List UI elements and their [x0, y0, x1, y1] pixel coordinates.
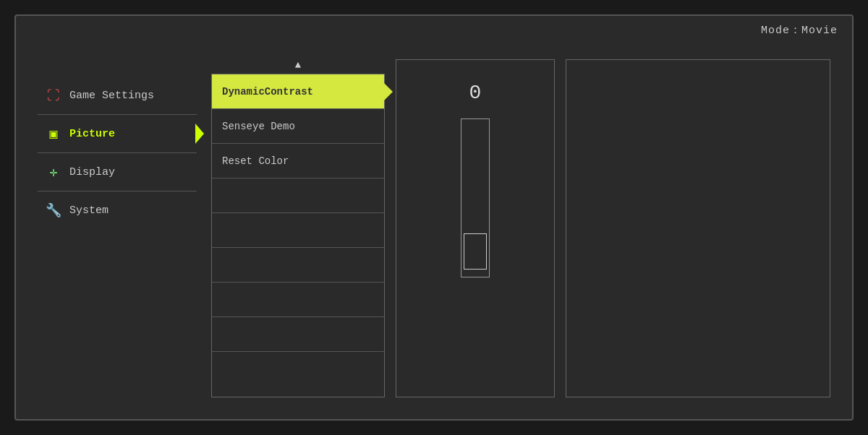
slider-thumb[interactable] [464, 233, 487, 270]
menu-item-dynamic-contrast[interactable]: DynamicContrast [212, 74, 384, 109]
menu-item-senseye-demo[interactable]: Senseye Demo [212, 109, 384, 144]
value-panel: 0 [396, 59, 555, 397]
menu-item-5[interactable] [212, 213, 384, 248]
display-icon: ✛ [45, 163, 62, 181]
sidebar-label-picture: Picture [69, 128, 115, 140]
monitor-osd: Mode：Movie ⛶ Game Settings ▣ Picture ✛ D… [14, 14, 854, 421]
sidebar-divider-1 [38, 114, 197, 115]
far-right-panel [566, 59, 830, 397]
game-icon: ⛶ [45, 87, 62, 104]
menu-item-8[interactable] [212, 317, 384, 352]
menu-item-label-reset-color: Reset Color [222, 155, 289, 167]
sidebar-item-system[interactable]: 🔧 System [38, 196, 197, 225]
up-arrow-indicator: ▲ [211, 59, 385, 71]
sidebar-label-display: Display [69, 166, 115, 178]
current-value: 0 [469, 82, 482, 104]
sidebar: ⛶ Game Settings ▣ Picture ✛ Display 🔧 Sy… [38, 59, 197, 397]
menu-item-4[interactable] [212, 178, 384, 213]
menu-item-9[interactable] [212, 352, 384, 387]
menu-item-label-dynamic-contrast: DynamicContrast [222, 86, 313, 98]
sidebar-label-game-settings: Game Settings [69, 90, 154, 102]
slider-track[interactable] [461, 119, 490, 277]
sidebar-label-system: System [69, 204, 109, 217]
system-icon: 🔧 [45, 202, 62, 219]
menu-item-6[interactable] [212, 248, 384, 283]
sidebar-divider-3 [38, 191, 197, 191]
menu-item-reset-color[interactable]: Reset Color [212, 144, 384, 178]
menu-list: DynamicContrast Senseye Demo Reset Color [211, 74, 385, 397]
sidebar-divider-2 [38, 152, 197, 153]
center-menu-panel: ▲ DynamicContrast Senseye Demo Reset Col… [211, 59, 385, 397]
sidebar-item-display[interactable]: ✛ Display [38, 158, 197, 186]
picture-icon: ▣ [45, 125, 62, 142]
sidebar-item-picture[interactable]: ▣ Picture [38, 119, 197, 148]
mode-label: Mode：Movie [761, 23, 838, 37]
sidebar-item-game-settings[interactable]: ⛶ Game Settings [38, 81, 197, 110]
menu-item-7[interactable] [212, 283, 384, 317]
main-content: ⛶ Game Settings ▣ Picture ✛ Display 🔧 Sy… [38, 59, 830, 397]
menu-item-label-senseye-demo: Senseye Demo [222, 121, 295, 132]
